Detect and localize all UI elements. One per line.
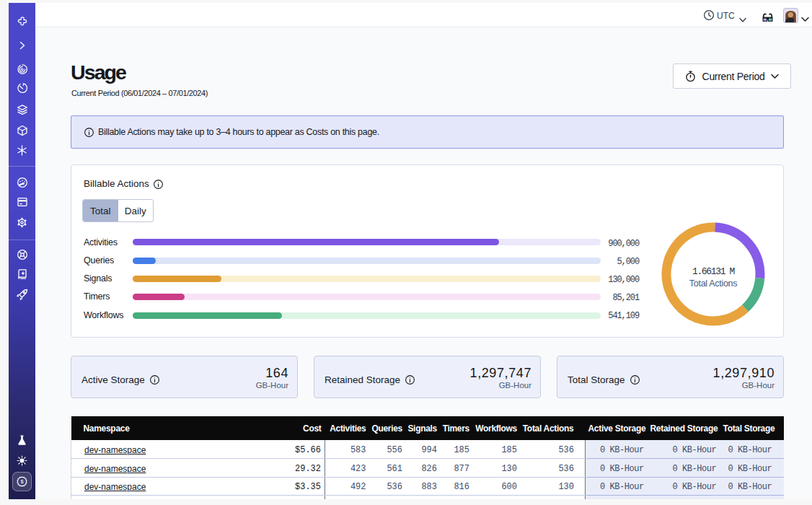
svg-text:$: $ (20, 478, 24, 485)
